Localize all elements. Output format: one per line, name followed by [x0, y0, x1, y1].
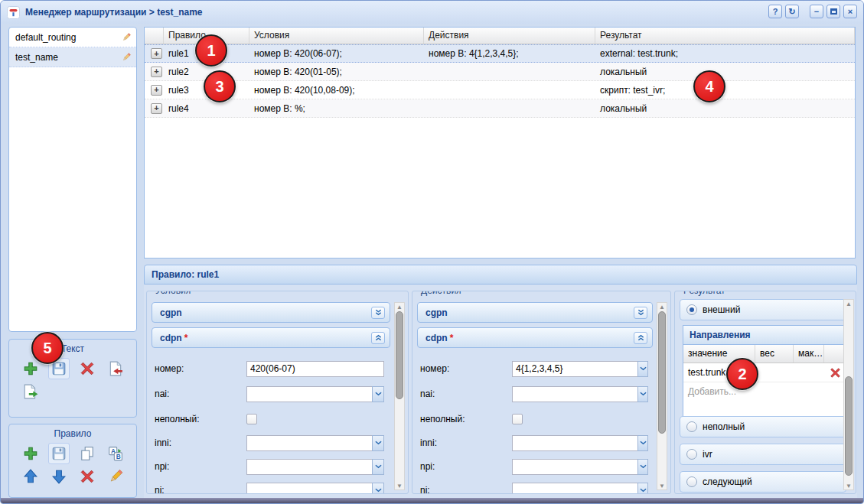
expand-row-button[interactable]: + [151, 48, 162, 59]
chevron-down-icon[interactable] [637, 435, 648, 451]
column-header-conditions[interactable]: Условия [249, 28, 424, 44]
edit-pencil-icon[interactable] [121, 32, 132, 43]
conditions-scrollbar[interactable]: ▲ ▼ [394, 302, 405, 490]
directions-col-weight[interactable]: вес [755, 345, 794, 363]
conditions-ni-combo[interactable] [246, 483, 384, 495]
chevron-down-icon[interactable] [372, 435, 384, 451]
scroll-down-icon[interactable]: ▼ [657, 482, 667, 489]
combo-input[interactable] [512, 459, 637, 475]
scroll-up-icon[interactable]: ▲ [657, 303, 667, 311]
rule-copy-button[interactable] [77, 443, 98, 464]
result-scrollbar[interactable]: ▲ ▼ [843, 299, 854, 490]
chevron-down-icon[interactable] [637, 483, 648, 495]
chevron-down-icon[interactable] [637, 386, 648, 402]
column-header-actions[interactable]: Действия [424, 28, 595, 44]
text-import-button[interactable] [105, 358, 126, 379]
result-option-external[interactable]: внешний [680, 299, 846, 320]
expand-row-button[interactable]: + [151, 103, 162, 114]
radio-icon[interactable] [686, 476, 697, 487]
actions-npi-combo[interactable] [512, 459, 648, 475]
minimize-button[interactable]: − [810, 5, 823, 18]
combo-input[interactable] [246, 483, 372, 495]
route-item-default-routing[interactable]: default_routing [9, 28, 136, 47]
field-label: npi: [412, 461, 512, 472]
rule-add-button[interactable] [20, 443, 41, 464]
radio-selected-icon[interactable] [686, 304, 697, 315]
rule-edit-button[interactable] [105, 466, 126, 487]
actions-nai-combo[interactable] [512, 386, 648, 402]
edit-pencil-icon[interactable] [121, 52, 132, 63]
scroll-up-icon[interactable]: ▲ [844, 300, 853, 307]
help-button[interactable]: ? [768, 5, 782, 18]
close-button[interactable]: × [843, 5, 857, 18]
result-option-ivr[interactable]: ivr [680, 444, 846, 465]
expand-row-button[interactable]: + [151, 67, 162, 77]
text-delete-button[interactable] [77, 358, 98, 379]
delete-direction-icon[interactable] [830, 367, 841, 379]
actions-scrollbar[interactable]: ▲ ▼ [657, 302, 667, 490]
rule-move-up-button[interactable] [20, 466, 41, 487]
actions-incomplete-checkbox[interactable] [512, 414, 523, 424]
rule-delete-button[interactable] [77, 466, 98, 487]
conditions-inni-combo[interactable] [246, 435, 384, 451]
collapse-section-button[interactable] [634, 332, 647, 344]
rule-save-button[interactable] [48, 443, 70, 464]
scrollbar-thumb[interactable] [658, 311, 666, 434]
option-label: следующий [703, 476, 752, 487]
grid-row-rule4[interactable]: + rule4 номер B: %; локальный [145, 99, 855, 118]
scrollbar-thumb[interactable] [845, 376, 853, 476]
actions-cgpn-bar[interactable]: cgpn [417, 302, 653, 323]
result-option-next[interactable]: следующий [680, 471, 846, 493]
direction-add-row[interactable]: Добавить... [683, 382, 845, 401]
field-label: номер: [412, 363, 512, 374]
combo-input[interactable] [512, 435, 637, 451]
radio-icon[interactable] [686, 449, 697, 460]
option-label: неполный [703, 421, 745, 432]
expand-section-button[interactable] [371, 307, 385, 319]
maximize-button[interactable] [827, 5, 840, 18]
refresh-button[interactable]: ↻ [785, 5, 799, 18]
chevron-down-icon[interactable] [372, 459, 384, 475]
scroll-down-icon[interactable]: ▼ [844, 482, 853, 489]
chevron-down-icon[interactable] [637, 459, 648, 475]
conditions-nai-combo[interactable] [246, 386, 384, 402]
chevron-down-icon[interactable] [637, 361, 648, 377]
expand-section-button[interactable] [634, 307, 647, 319]
combo-input[interactable] [246, 386, 372, 402]
grid-row-rule1[interactable]: + rule1 номер B: 420(06-07); номер B: 4{… [145, 44, 855, 63]
scroll-down-icon[interactable]: ▼ [395, 482, 404, 489]
combo-input[interactable] [512, 361, 637, 377]
chevron-down-icon[interactable] [372, 386, 384, 402]
route-item-test-name[interactable]: test_name [9, 47, 136, 67]
rule-rename-button[interactable]: A B [105, 443, 126, 464]
conditions-incomplete-checkbox[interactable] [246, 414, 257, 424]
scrollbar-thumb[interactable] [396, 311, 403, 399]
actions-cdpn-bar[interactable]: cdpn * [417, 327, 653, 348]
actions-ni-combo[interactable] [512, 483, 648, 495]
text-export-button[interactable] [20, 381, 41, 402]
expand-row-button[interactable]: + [151, 85, 162, 96]
conditions-npi-combo[interactable] [246, 459, 384, 475]
combo-input[interactable] [246, 459, 372, 475]
conditions-cdpn-bar[interactable]: cdpn * [152, 327, 390, 348]
actions-number-combo[interactable] [512, 361, 648, 377]
conditions-cgpn-bar[interactable]: cgpn [152, 302, 390, 323]
conditions-number-input[interactable] [246, 361, 384, 377]
grid-row-rule2[interactable]: + rule2 номер B: 420(01-05); локальный [145, 63, 855, 81]
actions-inni-combo[interactable] [512, 435, 648, 451]
grid-row-rule3[interactable]: + rule3 номер B: 420(10,08-09); скрипт: … [145, 81, 855, 99]
column-header-result[interactable]: Результат [595, 28, 855, 44]
chevron-down-icon[interactable] [372, 483, 384, 495]
directions-col-max[interactable]: мак… [794, 345, 824, 363]
text-panel-title: Текст [9, 340, 136, 356]
combo-input[interactable] [246, 435, 372, 451]
combo-input[interactable] [512, 386, 637, 402]
rule-move-down-button[interactable] [48, 466, 70, 487]
result-option-incomplete[interactable]: неполный [680, 416, 846, 437]
collapse-section-button[interactable] [371, 332, 385, 344]
direction-row-test-trunk[interactable]: test.trunk [683, 363, 845, 382]
radio-icon[interactable] [686, 421, 697, 432]
save-floppy-icon [51, 446, 67, 461]
combo-input[interactable] [512, 483, 637, 495]
scroll-up-icon[interactable]: ▲ [395, 303, 404, 311]
